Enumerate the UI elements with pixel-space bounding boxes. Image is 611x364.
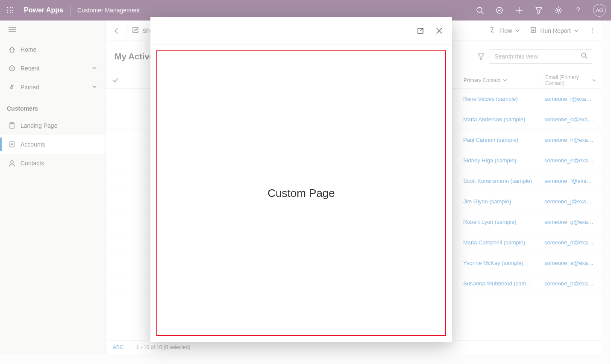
custom-page-dialog: Custom Page: [150, 17, 452, 342]
custom-page-label: Custom Page: [267, 187, 335, 200]
custom-page-frame: Custom Page: [156, 50, 446, 336]
close-icon[interactable]: [433, 25, 445, 37]
expand-icon[interactable]: [414, 25, 426, 37]
dialog-header: [150, 17, 452, 44]
